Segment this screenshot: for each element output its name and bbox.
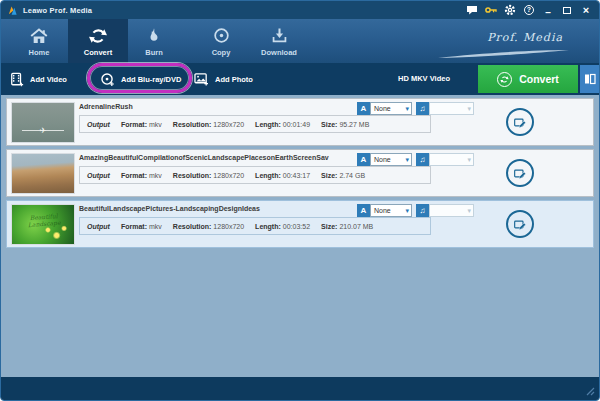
length-value: 00:03:52: [283, 223, 310, 230]
length-label: Length:: [255, 223, 281, 230]
tab-label: Home: [29, 48, 50, 57]
subtitle-value: None: [374, 207, 391, 214]
minimize-glyph: –: [545, 5, 551, 16]
output-profile-selector[interactable]: HD MKV Video: [379, 63, 469, 95]
edit-video-button[interactable]: [506, 159, 534, 187]
output-info-bar: Output Format:mkv Resolution:1280x720 Le…: [79, 115, 431, 133]
chevron-down-icon: ▾: [405, 103, 409, 115]
video-thumbnail[interactable]: Beautiful Landscape: [11, 204, 75, 245]
size-value: 210.07 MB: [339, 223, 373, 230]
tab-label: Convert: [84, 48, 112, 57]
question-glyph: ?: [524, 5, 534, 15]
resolution-value: 1280x720: [213, 223, 244, 230]
size-value: 2.74 GB: [339, 172, 365, 179]
chevron-down-icon: ▾: [467, 205, 471, 217]
close-glyph: ×: [583, 4, 589, 16]
chevron-down-icon: ▾: [467, 154, 471, 166]
toolbar: Add Video Add Blu-ray/DVD Add Photo HD M…: [1, 63, 599, 95]
media-title: AdrenalineRush: [79, 103, 133, 110]
close-button[interactable]: ×: [579, 3, 593, 17]
subtitle-dropdown[interactable]: None▾: [370, 102, 412, 115]
audio-dropdown[interactable]: ▾: [429, 102, 474, 115]
add-video-button[interactable]: Add Video: [10, 63, 67, 95]
edit-pencil-icon: [513, 115, 528, 130]
tab-label: Burn: [145, 48, 163, 57]
tab-label: Copy: [212, 48, 231, 57]
convert-button-label: Convert: [519, 73, 559, 85]
size-label: Size:: [321, 121, 337, 128]
format-value: mkv: [149, 223, 162, 230]
subtitle-dropdown[interactable]: None▾: [370, 204, 412, 217]
audio-badge-icon: ♫: [416, 204, 429, 217]
tab-label: Download: [261, 48, 297, 57]
media-list: ✈ AdrenalineRush Output Format:mkv Resol…: [1, 95, 599, 377]
subtitle-badge-icon: A: [357, 153, 370, 166]
disc-icon: [212, 25, 231, 46]
video-thumbnail[interactable]: ✈: [11, 102, 75, 143]
output-info-bar: Output Format:mkv Resolution:1280x720 Le…: [79, 217, 431, 235]
resolution-value: 1280x720: [213, 121, 244, 128]
convert-button[interactable]: Convert: [478, 65, 578, 93]
status-bar: [1, 377, 599, 400]
output-label: Output: [87, 121, 110, 128]
add-photo-label: Add Photo: [215, 75, 253, 84]
edit-video-button[interactable]: [506, 108, 534, 136]
video-thumbnail[interactable]: [11, 153, 75, 194]
format-value: mkv: [149, 172, 162, 179]
format-label: Format:: [121, 172, 147, 179]
tab-copy[interactable]: Copy: [191, 19, 251, 63]
resize-grip[interactable]: [586, 387, 595, 396]
audio-badge-icon: ♫: [416, 102, 429, 115]
resolution-value: 1280x720: [213, 172, 244, 179]
nav-bar: Home Convert Burn: [1, 19, 599, 63]
feedback-icon[interactable]: [465, 3, 479, 17]
minimize-button[interactable]: –: [541, 3, 555, 17]
length-label: Length:: [255, 172, 281, 179]
resolution-label: Resolution:: [173, 172, 212, 179]
format-value: mkv: [149, 121, 162, 128]
format-label: Format:: [121, 223, 147, 230]
help-icon[interactable]: ?: [522, 3, 536, 17]
tab-burn[interactable]: Burn: [124, 19, 184, 63]
resolution-label: Resolution:: [173, 121, 212, 128]
burn-flame-icon: [146, 25, 162, 46]
tab-download[interactable]: Download: [249, 19, 309, 63]
tab-home[interactable]: Home: [9, 19, 69, 63]
chevron-down-icon: ▾: [405, 154, 409, 166]
size-value: 95.27 MB: [339, 121, 369, 128]
audio-badge-icon: ♫: [416, 153, 429, 166]
length-value: 00:01:49: [283, 121, 310, 128]
media-title: BeautifulLandscapePictures-LandscapingDe…: [79, 205, 260, 212]
tab-convert[interactable]: Convert: [68, 19, 128, 63]
convert-ring-icon: [497, 72, 512, 87]
panel-toggle-icon: [584, 73, 596, 85]
media-title: AmazingBeautifulCompilationofScenicLands…: [79, 154, 329, 161]
media-row-2[interactable]: AmazingBeautifulCompilationofScenicLands…: [6, 149, 594, 197]
edit-pencil-icon: [513, 166, 528, 181]
window-title: Leawo Prof. Media: [23, 6, 92, 15]
audio-dropdown[interactable]: ▾: [429, 153, 474, 166]
add-bluray-dvd-label: Add Blu-ray/DVD: [121, 75, 181, 84]
add-video-label: Add Video: [30, 75, 67, 84]
subtitle-dropdown[interactable]: None▾: [370, 153, 412, 166]
chevron-down-icon: ▾: [405, 205, 409, 217]
audio-dropdown[interactable]: ▾: [429, 204, 474, 217]
length-label: Length:: [255, 121, 281, 128]
media-row-1[interactable]: ✈ AdrenalineRush Output Format:mkv Resol…: [6, 98, 594, 146]
download-icon: [270, 25, 289, 46]
output-label: Output: [87, 172, 110, 179]
maximize-button[interactable]: [560, 3, 574, 17]
size-label: Size:: [321, 172, 337, 179]
panel-toggle-button[interactable]: [580, 65, 599, 93]
add-bluray-dvd-button[interactable]: Add Blu-ray/DVD: [100, 63, 181, 95]
add-photo-button[interactable]: Add Photo: [194, 63, 253, 95]
edit-video-button[interactable]: [506, 210, 534, 238]
brand-script-text: Prof. Media: [487, 31, 563, 44]
media-row-3[interactable]: Beautiful Landscape BeautifulLandscapePi…: [6, 200, 594, 248]
app-window: Leawo Prof. Media ? – ×: [0, 0, 600, 401]
titlebar: Leawo Prof. Media ? – ×: [1, 1, 599, 19]
register-key-icon[interactable]: [484, 3, 498, 17]
app-logo-icon: [7, 5, 18, 16]
length-value: 00:43:17: [283, 172, 310, 179]
settings-gear-icon[interactable]: [503, 3, 517, 17]
